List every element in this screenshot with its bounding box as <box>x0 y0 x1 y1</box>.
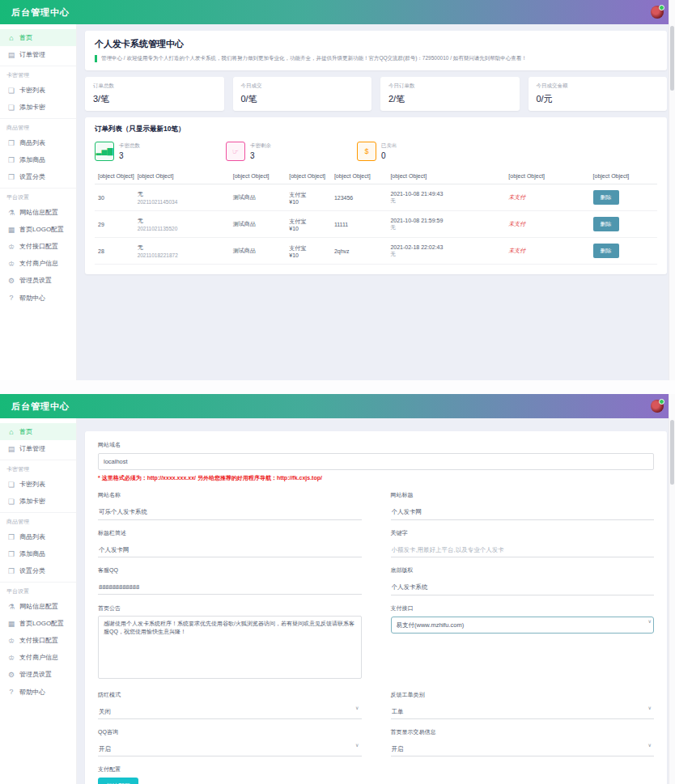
orders-table: [object Object][object Object][object Ob… <box>95 168 657 265</box>
table-row: 28 无 20211018221872 测试商品 支付宝 ¥10 <box>95 238 657 265</box>
sidebar-item[interactable]: 商品管理 <box>0 512 76 528</box>
stat-label: 订单总数 <box>93 83 216 90</box>
mini-stat-icon: ☞ <box>226 142 245 161</box>
sidebar-item[interactable]: 卡密管理 <box>0 460 76 476</box>
subtitle-input[interactable] <box>98 544 362 557</box>
copyright-input[interactable] <box>391 582 655 595</box>
status-cell: 未支付 <box>505 184 589 211</box>
settings-main: 网站域名 * 这里格式必须为：http://xxxx.xxx.xx/ 另外给您推… <box>77 418 675 784</box>
sidebar-item[interactable]: ⚙ 管理员设置 <box>0 272 76 289</box>
product-cell: 测试商品 <box>230 184 287 211</box>
sidebar-item-icon: ？ <box>7 687 15 697</box>
pay-api-select[interactable]: 易支付(www.mzhifu.com) <box>391 617 655 634</box>
sidebar-item-label: 订单管理 <box>19 444 45 453</box>
sidebar-item[interactable]: ？ 帮助中心 <box>0 683 76 701</box>
sidebar-item-label: 网站信息配置 <box>19 602 58 611</box>
sidebar-item[interactable]: ？ 帮助中心 <box>0 289 76 307</box>
sidebar-item-icon: ❏ <box>7 104 15 112</box>
sidebar-item-icon: ⚙ <box>7 671 15 679</box>
sidebar-item-label: 商品列表 <box>19 138 45 147</box>
dashboard-body: ⌂ 首页 ▤ 订单管理 卡密管理 ❏ 卡密列表 <box>0 24 675 380</box>
sidebar-item-icon: ▦ <box>7 226 15 234</box>
sidebar-item-icon: ⌂ <box>7 428 15 436</box>
status-cell: 未支付 <box>505 211 589 238</box>
sidebar-item-label: 设置分类 <box>19 566 45 575</box>
sidebar-item-label: 帮助中心 <box>19 688 45 697</box>
sidebar-item[interactable]: 平台设置 <box>0 582 76 598</box>
avatar[interactable] <box>651 400 664 413</box>
contact-cell: 2qhvz <box>331 238 388 265</box>
sidebar-item[interactable]: ▦ 首页LOGO配置 <box>0 615 76 632</box>
sidebar-item-label: 卡密管理 <box>6 465 29 473</box>
table-header-cell: [object Object] <box>134 168 230 184</box>
sidebar-item[interactable]: ♔ 支付商户信息 <box>0 649 76 666</box>
sidebar-item[interactable]: ▤ 订单管理 <box>0 46 76 63</box>
sidebar-item[interactable]: ⚙ 管理员设置 <box>0 666 76 683</box>
sidebar-item[interactable]: ❐ 设置分类 <box>0 168 76 185</box>
sidebar-item-label: 卡密列表 <box>19 86 45 95</box>
sidebar-item[interactable]: ❐ 设置分类 <box>0 562 76 579</box>
qq-input[interactable] <box>98 581 362 595</box>
table-header-cell: [object Object] <box>95 168 134 184</box>
welcome-subtitle: 管理中心 / 欢迎使用专为个人打造的个人发卡系统，我们将努力做到更加专业化，功能… <box>101 55 527 62</box>
anti-red-select[interactable]: 关闭 <box>98 706 362 719</box>
sidebar-item[interactable]: ❏ 卡密列表 <box>0 476 76 493</box>
sidebar-item[interactable]: ❏ 卡密列表 <box>0 82 76 99</box>
sidebar-item-label: 平台设置 <box>6 193 29 201</box>
mini-stat: $ 已卖出 0 <box>357 142 488 161</box>
sidebar-item[interactable]: ❐ 商品列表 <box>0 528 76 545</box>
status-badge: 未支付 <box>508 221 525 227</box>
show-trades-select[interactable]: 开启 <box>391 743 655 756</box>
notice-textarea[interactable] <box>98 616 362 679</box>
sidebar-item-icon: ❐ <box>7 550 15 558</box>
domain-input[interactable] <box>98 453 654 470</box>
mini-stats-row: ▂▅▇ 卡密总数 3 ☞ <box>95 142 657 161</box>
sidebar-item-label: 首页 <box>19 33 32 42</box>
delete-button[interactable]: 删除 <box>593 244 619 258</box>
table-header-cell: [object Object] <box>505 168 589 184</box>
table-header-cell: [object Object] <box>387 168 505 184</box>
domain-label: 网站域名 <box>98 441 654 449</box>
sidebar-item-icon: ❐ <box>7 139 15 147</box>
sidebar-item[interactable]: ♔ 支付接口配置 <box>0 238 76 255</box>
site-title-input[interactable] <box>391 506 655 520</box>
table-body: 30 无 20211021145034 测试商品 支付宝 ¥10 <box>95 184 657 265</box>
delete-button[interactable]: 删除 <box>593 190 619 205</box>
feedback-type-select[interactable]: 工单 <box>391 706 655 719</box>
sidebar-item[interactable]: ❐ 添加商品 <box>0 151 76 168</box>
sidebar-item[interactable]: ❐ 添加商品 <box>0 545 76 562</box>
top-bar: 后台管理中心 <box>0 394 675 418</box>
sidebar-item[interactable]: ❏ 添加卡密 <box>0 99 76 116</box>
sidebar-item[interactable]: ♔ 支付商户信息 <box>0 255 76 272</box>
table-header-cell: [object Object] <box>230 168 287 184</box>
sidebar-item[interactable]: ⚗ 网站信息配置 <box>0 598 76 615</box>
mini-stat-value: 0 <box>381 151 397 160</box>
sidebar-item[interactable]: 卡密管理 <box>0 66 76 82</box>
sidebar-item[interactable]: ⌂ 首页 <box>0 423 76 440</box>
sidebar-item[interactable]: 商品管理 <box>0 118 76 134</box>
sidebar-item[interactable]: ♔ 支付接口配置 <box>0 632 76 649</box>
qq-consult-select[interactable]: 开启 <box>98 743 362 756</box>
scrollbar[interactable] <box>669 394 675 784</box>
stat-label: 今日成交金额 <box>537 83 660 90</box>
sidebar-item-icon: ⌂ <box>7 34 15 42</box>
sidebar-item-icon: ？ <box>7 293 15 303</box>
sidebar-item[interactable]: ❏ 添加卡密 <box>0 493 76 510</box>
scrollbar-thumb[interactable] <box>670 420 674 485</box>
scrollbar-thumb[interactable] <box>670 26 674 91</box>
delete-button[interactable]: 删除 <box>593 217 619 231</box>
init-config-button[interactable]: 初始配置 <box>98 778 138 784</box>
sidebar-item[interactable]: ❐ 商品列表 <box>0 134 76 151</box>
avatar[interactable] <box>651 6 664 19</box>
sidebar-item[interactable]: ⚗ 网站信息配置 <box>0 204 76 221</box>
sidebar-item-icon: ❏ <box>7 481 15 489</box>
keywords-input[interactable] <box>391 544 655 557</box>
sidebar-item[interactable]: 平台设置 <box>0 188 76 204</box>
scrollbar[interactable] <box>669 0 675 380</box>
sidebar-item[interactable]: ⌂ 首页 <box>0 29 76 46</box>
sidebar-item-label: 商品列表 <box>19 532 45 541</box>
sidebar-item[interactable]: ▤ 订单管理 <box>0 440 76 457</box>
time-cell: 2021-10-08 21:49:43 无 <box>387 184 505 211</box>
sidebar-item[interactable]: ▦ 首页LOGO配置 <box>0 221 76 238</box>
site-name-input[interactable] <box>98 506 362 520</box>
